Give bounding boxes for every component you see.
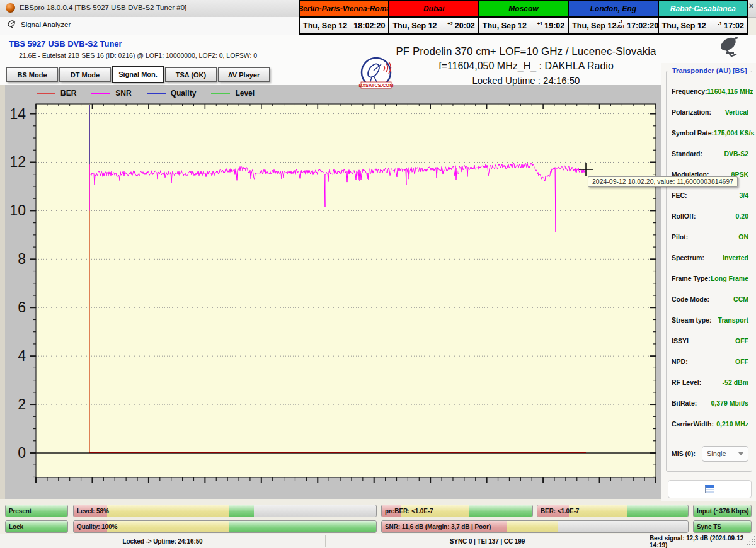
gauge-ber-1-0e-7: BER: <1.0E-7 bbox=[537, 505, 689, 517]
status-sync-counters: SYNC 0 | TEI 137 | CC 199 bbox=[325, 534, 650, 548]
gauge-present: Present bbox=[5, 505, 68, 517]
world-clocks: Berlin-Paris-Vienna-RomaThu, Sep 1218:02… bbox=[299, 0, 748, 35]
transponder-row-stream-type: Stream type:Transport bbox=[672, 314, 748, 326]
transponder-row-value: Long Frame bbox=[711, 275, 748, 282]
gauge-label: Lock bbox=[9, 521, 23, 532]
y-axis-tick-label: 10 bbox=[9, 202, 26, 219]
clock-time: 18:02:20 bbox=[353, 21, 385, 30]
clock-london-eng: London, EngThu, Sep 12-1JST17:02:20 bbox=[568, 1, 657, 33]
gauge-segment-yellow bbox=[107, 521, 229, 532]
gauge-segment-gray bbox=[558, 521, 688, 532]
transponder-row-value: Transport bbox=[718, 316, 748, 324]
chevron-down-icon bbox=[738, 452, 743, 455]
menu-signal-analyzer-label: Signal Analyzer bbox=[21, 21, 71, 28]
signal-monitor-plot[interactable]: 02468101214 bbox=[5, 85, 662, 499]
transponder-row-rf-level: RF Level:-52 dBm bbox=[672, 376, 748, 389]
transponder-row-value: 0,379 Mbit/s bbox=[711, 399, 748, 407]
gauge-label: SNR: 11,6 dB (Margin: 3,7 dB | Poor) bbox=[385, 521, 491, 532]
gauge-label: Input (~376 Kbps) bbox=[697, 505, 748, 517]
signal-chart-region: BERSNRQualityLevel 02468101214 bbox=[5, 85, 662, 499]
frequency-header-line: f=11604,050 MHz_H_ : DAKHLA Radio bbox=[378, 60, 674, 72]
stream-list-button[interactable] bbox=[668, 480, 752, 498]
tab-bs-mode[interactable]: BS Mode bbox=[6, 67, 58, 82]
transponder-row-value: Vertical bbox=[725, 108, 748, 116]
clock-datetime: Thu, Sep 12-117:02 bbox=[659, 18, 747, 33]
tuner-details: 21.6E - Eutelsat 21B SES 16 (ID: 0216) @… bbox=[19, 52, 257, 59]
clock-time: 17:02:20 bbox=[627, 21, 658, 30]
transponder-row-value: OFF bbox=[735, 358, 748, 365]
transponder-row-value: 3/4 bbox=[739, 191, 748, 199]
transponder-row-label: BitRate: bbox=[672, 399, 697, 407]
gauge-lock: Lock bbox=[5, 520, 68, 533]
mis-select[interactable]: Single bbox=[702, 446, 748, 462]
transponder-row-value: Inverted bbox=[723, 254, 748, 261]
transponder-panel: MIS (0): Single Frequency:11604,116 MHzP… bbox=[662, 63, 756, 501]
gauge-label: Present bbox=[9, 505, 32, 517]
locked-uptime-line: Locked Uptime : 24:16:50 bbox=[378, 75, 674, 86]
clock-utc-offset: -1JST bbox=[616, 20, 625, 28]
transponder-row-fec: FEC:3/4 bbox=[672, 189, 748, 202]
clock-datetime: Thu, Sep 12+220:02 bbox=[389, 18, 478, 33]
mis-label: MIS (0): bbox=[672, 450, 696, 457]
transponder-groupbox: MIS (0): Single Frequency:11604,116 MHzP… bbox=[666, 71, 752, 472]
y-axis-tick-label: 4 bbox=[18, 348, 26, 364]
transponder-row-label: CarrierWidth: bbox=[672, 420, 714, 428]
tab-signal-mon[interactable]: Signal Mon. bbox=[112, 66, 164, 83]
gauge-segment-green bbox=[229, 505, 253, 517]
clock-berlin-paris-vienna-roma: Berlin-Paris-Vienna-RomaThu, Sep 1218:02… bbox=[300, 1, 388, 33]
clock-time: 17:02 bbox=[724, 21, 744, 30]
menu-bar: Signal Analyzer bbox=[0, 17, 299, 35]
transponder-row-label: RF Level: bbox=[672, 379, 701, 386]
transponder-row-label: ISSYI bbox=[672, 337, 689, 345]
transponder-row-code-mode: Code Mode:CCM bbox=[672, 293, 748, 305]
dxsatcs-logo: DXSATCS.COM bbox=[357, 57, 398, 93]
clock-utc-offset: +1 bbox=[537, 21, 543, 26]
transponder-row-value: CCM bbox=[733, 295, 748, 303]
status-uptime: Locked -> Uptime: 24:16:50 bbox=[0, 534, 325, 548]
clock-date: Thu, Sep 12 bbox=[662, 21, 706, 30]
transponder-row-label: Frame Type: bbox=[672, 275, 711, 282]
menu-signal-analyzer[interactable]: Signal Analyzer bbox=[8, 20, 71, 28]
transponder-row-label: RollOff: bbox=[672, 212, 696, 220]
clock-time: 20:02 bbox=[455, 21, 475, 30]
gauge-segment-green bbox=[469, 505, 532, 517]
gauge-segment-green bbox=[627, 505, 688, 517]
tab-dt-mode[interactable]: DT Mode bbox=[59, 67, 111, 82]
y-axis-tick-label: 8 bbox=[18, 251, 26, 267]
transponder-row-value: 0.20 bbox=[736, 212, 748, 220]
transponder-row-value: -52 dBm bbox=[723, 379, 748, 386]
clock-datetime: Thu, Sep 12+119:02 bbox=[479, 18, 568, 33]
y-axis-tick-label: 0 bbox=[18, 445, 26, 461]
transponder-row-label: Spectrum: bbox=[672, 254, 704, 261]
gauge-preber-1-0e-7: preBER: <1.0E-7 bbox=[381, 505, 533, 517]
y-axis-tick-label: 14 bbox=[9, 106, 26, 122]
clock-city-label: London, Eng bbox=[569, 1, 657, 18]
transponder-row-value: 11604,116 MHz bbox=[707, 88, 753, 95]
tab-tsa-ok[interactable]: TSA (OK) bbox=[165, 67, 217, 82]
transponder-row-label: Pilot: bbox=[672, 233, 688, 241]
gauge-segment-gray bbox=[254, 505, 376, 517]
chart-value-tooltip: 2024-09-12 18.02.20, value: 11,600000381… bbox=[588, 176, 738, 187]
transponder-row-label: NPD: bbox=[672, 358, 688, 365]
mis-select-value: Single bbox=[707, 450, 726, 457]
transponder-row-npd: NPD:OFF bbox=[672, 355, 748, 368]
clock-date: Thu, Sep 12 bbox=[392, 21, 437, 30]
gauge-segment-yellow bbox=[507, 521, 558, 532]
clock-utc-offset: -1 bbox=[718, 21, 722, 26]
satellite-dish-corner-icon bbox=[718, 35, 742, 60]
gauge-quality-100: Quality: 100% bbox=[73, 520, 377, 533]
transponder-row-rolloff: RollOff:0.20 bbox=[672, 210, 748, 222]
tab-av-player[interactable]: AV Player bbox=[218, 67, 270, 82]
transponder-row-issyi: ISSYIOFF bbox=[672, 334, 748, 347]
transponder-row-value: DVB-S2 bbox=[724, 150, 748, 157]
y-axis-tick-label: 2 bbox=[18, 396, 26, 413]
antenna-header-line: PF Prodelin 370 cm+ LOF=10 GHz / Lucenec… bbox=[378, 45, 674, 58]
status-bar: Locked -> Uptime: 24:16:50 SYNC 0 | TEI … bbox=[0, 534, 756, 548]
clock-date: Thu, Sep 12 bbox=[572, 21, 616, 30]
clock-utc-offset: +2 bbox=[447, 21, 453, 26]
gauge-label: Sync TS bbox=[697, 521, 721, 532]
gauge-level-58: Level: 58% bbox=[73, 505, 377, 517]
gauge-label: Quality: 100% bbox=[77, 521, 117, 532]
mis-row: MIS (0): Single bbox=[672, 445, 748, 462]
close-icon[interactable]: ✕ bbox=[748, 1, 755, 11]
